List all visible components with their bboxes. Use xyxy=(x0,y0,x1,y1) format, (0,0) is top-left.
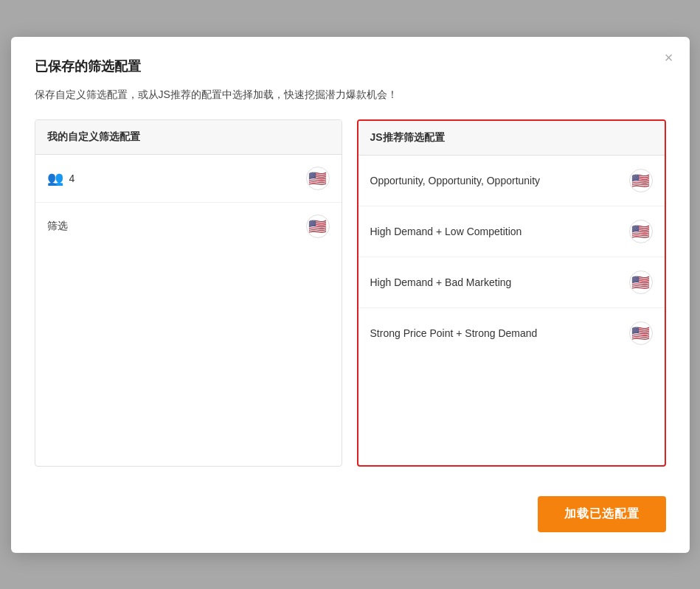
flag-icon: 🇺🇸 xyxy=(629,169,653,192)
list-item[interactable]: Strong Price Point + Strong Demand 🇺🇸 xyxy=(358,308,665,358)
flag-icon: 🇺🇸 xyxy=(306,215,330,238)
flag-icon: 🇺🇸 xyxy=(629,220,653,243)
list-item[interactable]: High Demand + Bad Marketing 🇺🇸 xyxy=(358,257,665,308)
flag-icon: 🇺🇸 xyxy=(629,271,653,294)
modal-subtitle: 保存自定义筛选配置，或从JS推荐的配置中选择加载，快速挖掘潜力爆款机会！ xyxy=(35,88,666,102)
item-text: Strong Price Point + Strong Demand xyxy=(370,327,538,339)
item-text: Opportunity, Opportunity, Opportunity xyxy=(370,175,541,187)
right-panel-header: JS推荐筛选配置 xyxy=(358,121,665,156)
item-label: 👥 4 xyxy=(47,170,75,187)
item-text: High Demand + Low Competition xyxy=(370,226,522,237)
modal-body: 我的自定义筛选配置 👥 4 🇺🇸 筛选 🇺🇸 xyxy=(35,119,666,467)
item-label: 筛选 xyxy=(47,220,68,233)
left-panel-header: 我的自定义筛选配置 xyxy=(35,120,342,155)
item-text: High Demand + Bad Marketing xyxy=(370,276,512,288)
list-item[interactable]: 筛选 🇺🇸 xyxy=(35,203,342,250)
modal-overlay: × 已保存的筛选配置 保存自定义筛选配置，或从JS推荐的配置中选择加载，快速挖掘… xyxy=(0,0,700,589)
modal-footer: 加载已选配置 xyxy=(35,484,666,532)
modal-title: 已保存的筛选配置 xyxy=(35,57,666,75)
flag-icon: 🇺🇸 xyxy=(306,167,330,190)
close-button[interactable]: × xyxy=(665,50,673,65)
modal-dialog: × 已保存的筛选配置 保存自定义筛选配置，或从JS推荐的配置中选择加载，快速挖掘… xyxy=(11,37,690,553)
load-button[interactable]: 加载已选配置 xyxy=(538,496,666,532)
left-panel: 我的自定义筛选配置 👥 4 🇺🇸 筛选 🇺🇸 xyxy=(35,119,342,467)
list-item[interactable]: Opportunity, Opportunity, Opportunity 🇺🇸 xyxy=(358,156,665,206)
left-panel-list: 👥 4 🇺🇸 筛选 🇺🇸 xyxy=(35,155,342,250)
item-text: 4 xyxy=(69,172,75,184)
right-panel-list: Opportunity, Opportunity, Opportunity 🇺🇸… xyxy=(358,156,665,358)
users-icon: 👥 xyxy=(47,170,63,187)
flag-icon: 🇺🇸 xyxy=(629,321,653,345)
right-panel: JS推荐筛选配置 Opportunity, Opportunity, Oppor… xyxy=(357,119,666,467)
list-item[interactable]: 👥 4 🇺🇸 xyxy=(35,155,342,203)
list-item[interactable]: High Demand + Low Competition 🇺🇸 xyxy=(358,206,665,257)
item-text: 筛选 xyxy=(47,220,68,233)
